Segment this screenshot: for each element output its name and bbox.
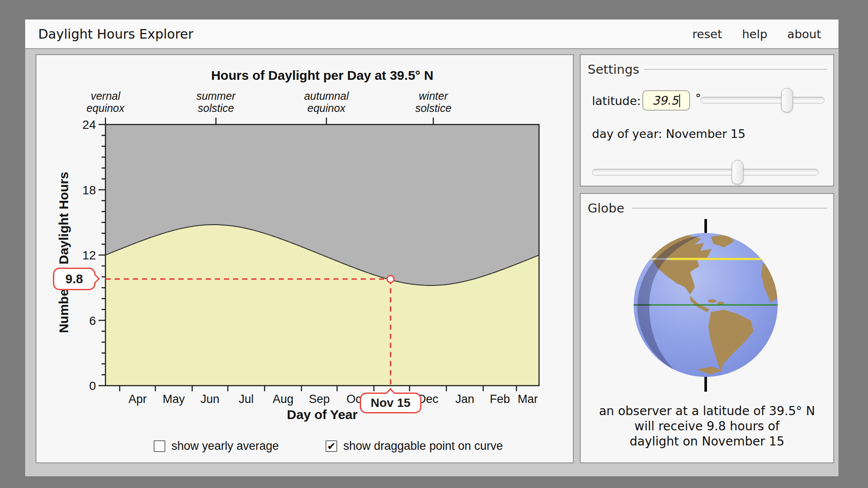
draggable-point-label: show draggable point on curve bbox=[343, 439, 503, 453]
draggable-point-checkbox[interactable]: ✔ bbox=[326, 440, 337, 452]
date-value-callout: Nov 15 bbox=[360, 393, 421, 413]
daylight-chart: 06121824AprMayJunJulAugSepOctNovDecJanFe… bbox=[36, 55, 573, 462]
titlebar: Daylight Hours Explorer reset help about bbox=[25, 20, 838, 49]
globe-legend: Globe bbox=[588, 201, 629, 216]
about-link[interactable]: about bbox=[787, 27, 821, 41]
month-tick-label: Mar bbox=[518, 393, 538, 406]
globe-panel: Globe bbox=[580, 193, 834, 463]
globe-caption-line2: will receive 9.8 hours of bbox=[581, 419, 833, 433]
season-label-line1: winter bbox=[419, 90, 448, 102]
reset-link[interactable]: reset bbox=[692, 27, 722, 41]
help-link[interactable]: help bbox=[742, 27, 767, 41]
settings-panel: Settings latitude: 39.5 ° day of year: N… bbox=[580, 54, 834, 187]
draggable-point[interactable] bbox=[387, 275, 394, 282]
season-label-line2: solstice bbox=[198, 102, 234, 114]
settings-legend: Settings bbox=[588, 62, 644, 77]
text-cursor bbox=[679, 94, 680, 107]
y-tick-label: 24 bbox=[82, 118, 96, 131]
settings-legend-rule bbox=[644, 69, 827, 70]
month-tick-label: Apr bbox=[128, 393, 147, 406]
month-tick-label: Jul bbox=[239, 393, 254, 406]
yearly-average-checkbox[interactable] bbox=[154, 440, 165, 452]
day-slider-handle[interactable] bbox=[732, 160, 743, 184]
month-tick-label: Aug bbox=[273, 393, 293, 406]
day-of-year-label: day of year: November 15 bbox=[592, 127, 746, 141]
hours-value-callout: 9.8 bbox=[53, 268, 95, 290]
season-label-line2: equinox bbox=[307, 102, 346, 114]
month-tick-label: Sep bbox=[309, 393, 330, 406]
day-slider-track[interactable] bbox=[592, 169, 819, 176]
x-axis-title: Day of Year bbox=[287, 407, 358, 422]
season-label-line2: equinox bbox=[86, 102, 125, 114]
y-tick-label: 12 bbox=[82, 249, 96, 262]
month-tick-label: Jun bbox=[201, 393, 220, 406]
month-tick-label: Jan bbox=[455, 393, 474, 406]
month-tick-label: Feb bbox=[490, 393, 510, 406]
check-icon: ✔ bbox=[327, 441, 335, 452]
latitude-label: latitude: bbox=[592, 94, 641, 108]
hours-value-text: 9.8 bbox=[66, 272, 83, 286]
latitude-input[interactable]: 39.5 bbox=[642, 90, 690, 111]
date-value-text: Nov 15 bbox=[371, 396, 411, 409]
y-tick-label: 0 bbox=[89, 379, 96, 393]
globe-caption-line3: daylight on November 15 bbox=[581, 434, 833, 449]
y-tick-label: 18 bbox=[82, 183, 96, 197]
globe-legend-rule bbox=[632, 208, 827, 209]
yearly-average-checkbox-row: show yearly average bbox=[154, 439, 279, 453]
app-title: Daylight Hours Explorer bbox=[25, 26, 194, 42]
draggable-point-checkbox-row: ✔ show draggable point on curve bbox=[326, 439, 503, 453]
globe-caption-line1: an observer at a latitude of 39.5° N bbox=[581, 404, 833, 418]
y-tick-label: 6 bbox=[89, 314, 96, 328]
caribbean-island bbox=[717, 302, 724, 305]
app-window: Daylight Hours Explorer reset help about… bbox=[25, 20, 838, 476]
latitude-slider-handle[interactable] bbox=[781, 88, 793, 112]
month-tick-label: May bbox=[163, 393, 185, 406]
season-label-line1: summer bbox=[196, 90, 236, 102]
degree-symbol: ° bbox=[695, 92, 701, 105]
yearly-average-label: show yearly average bbox=[171, 439, 279, 453]
season-label-line1: autumnal bbox=[304, 90, 349, 102]
latitude-slider-track[interactable] bbox=[700, 97, 825, 104]
chart-title: Hours of Daylight per Day at 39.5° N bbox=[211, 68, 433, 82]
season-label-line1: vernal bbox=[91, 90, 121, 102]
titlebar-links: reset help about bbox=[692, 27, 838, 41]
caribbean-island bbox=[708, 299, 717, 303]
y-axis-title: Number of Daylight Hours bbox=[56, 172, 71, 333]
chart-panel: 06121824AprMayJunJulAugSepOctNovDecJanFe… bbox=[36, 54, 574, 463]
season-label-line2: solstice bbox=[415, 102, 451, 114]
latitude-value: 39.5 bbox=[652, 94, 678, 107]
